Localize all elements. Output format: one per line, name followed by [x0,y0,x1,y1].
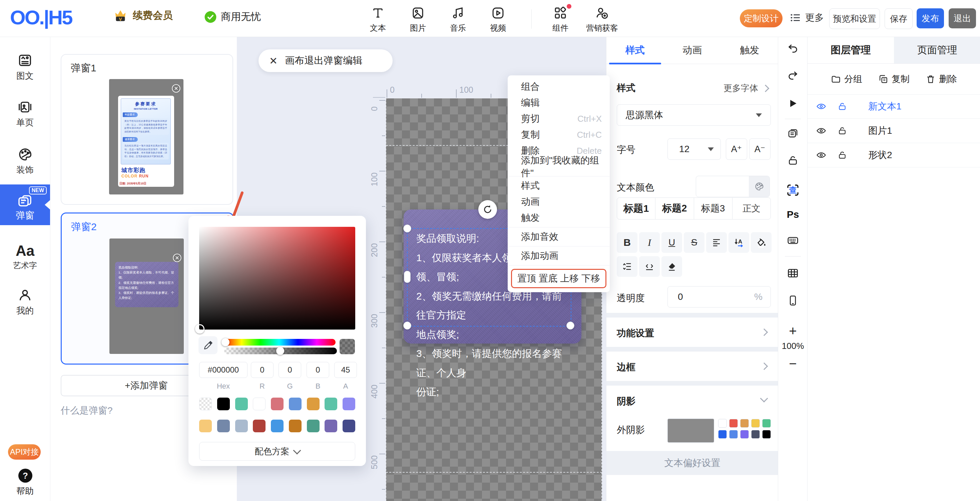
color-swatch[interactable] [199,398,212,410]
color-swatch[interactable] [271,398,283,410]
alpha-handle[interactable] [276,347,284,355]
strikethrough-button[interactable]: S [684,232,705,253]
context-menu-item[interactable]: 添加到"我收藏的组件" [508,159,610,175]
phone-preview-button[interactable] [786,293,800,308]
preview-settings-button[interactable]: 预览和设置 [829,8,880,29]
unlock-button[interactable] [786,153,800,168]
tab-animation[interactable]: 动画 [664,37,721,64]
api-connect-button[interactable]: API对接 [8,444,41,460]
alpha-slider[interactable] [224,348,337,354]
sidebar-item-decoration[interactable]: 装饰 [0,147,50,176]
shadow-color-swatch[interactable] [718,419,727,428]
outer-shadow-swatch[interactable] [667,418,714,443]
preset-h2[interactable]: 标题2 [655,198,694,219]
tab-style[interactable]: 样式 [606,37,664,64]
color-swatch[interactable] [253,398,266,410]
group-button[interactable]: 分组 [831,73,862,85]
help-icon[interactable]: ? [18,469,32,483]
publish-button[interactable]: 发布 [916,8,944,29]
undo-button[interactable] [786,41,800,56]
resize-handle-ml[interactable] [404,271,410,283]
grid-button[interactable] [786,266,800,280]
eye-icon[interactable] [816,150,826,160]
bold-button[interactable]: B [617,232,638,253]
tool-image[interactable]: 图片 [399,5,436,33]
section-shadow[interactable]: 阴影 [606,386,778,415]
tool-text[interactable]: 文本 [360,5,396,33]
delete-button[interactable]: 删除 [926,73,957,85]
exit-button[interactable]: 退出 [949,8,976,29]
g-input[interactable]: 0 [278,362,301,378]
layer-row[interactable]: 形状2 [808,143,980,167]
context-menu-item[interactable]: 样式 [508,178,610,194]
more-fonts-link[interactable]: 更多字体 [724,83,768,94]
color-swatch[interactable] [253,420,266,432]
font-family-select[interactable]: 思源黑体 [617,104,771,126]
arrange-action[interactable]: 置底 [539,272,557,285]
context-menu-item[interactable]: 组合 [508,79,610,95]
unlock-icon[interactable] [838,102,847,111]
context-menu-item[interactable]: 复制Ctrl+C [508,127,610,143]
rotate-handle[interactable] [478,200,497,219]
color-swatch[interactable] [199,420,212,432]
layer-row[interactable]: 图片1 [808,119,980,143]
resize-handle-tl[interactable] [403,224,411,232]
more-menu-button[interactable]: 更多 [789,11,824,24]
clear-format-button[interactable] [662,256,682,277]
color-swatch[interactable] [325,398,337,410]
saturation-area[interactable] [199,227,355,329]
font-size-select[interactable]: 12 [667,138,721,160]
text-orientation-button[interactable]: A [729,232,749,253]
line-spacing-button[interactable] [617,256,638,277]
color-swatch[interactable] [342,398,355,410]
renew-membership-button[interactable]: V 续费会员 [113,7,173,23]
color-swatch[interactable] [289,398,302,410]
play-preview-button[interactable] [786,96,800,111]
shadow-color-swatch[interactable] [729,430,738,439]
sidebar-item-wordart[interactable]: Aa 艺术字 [0,243,50,271]
tab-trigger[interactable]: 触发 [721,37,778,64]
color-swatch[interactable] [235,398,248,410]
color-swatch[interactable] [235,420,248,432]
arrange-action[interactable]: 下移 [581,272,600,285]
context-menu-item[interactable]: 动画 [508,194,610,210]
shadow-color-swatch[interactable] [751,430,760,439]
context-menu-item[interactable]: 添加动画 [508,248,610,264]
shadow-color-swatch[interactable] [762,419,771,428]
keyboard-shortcut-button[interactable] [786,233,800,248]
shadow-color-swatch[interactable] [718,430,727,439]
layer-row[interactable]: 新文本1 [808,94,980,119]
unlock-icon[interactable] [838,150,847,160]
color-swatch[interactable] [217,420,230,432]
section-function-settings[interactable]: 功能设置 [606,318,778,347]
help-label[interactable]: 帮助 [0,485,50,497]
popup1-card[interactable]: 弹窗1 参赛要求 INVITATION LETTER 年龄要求 男女半程马拉松的… [61,54,233,205]
sidebar-item-imagetext[interactable]: 图文 [0,53,50,82]
align-button[interactable] [706,232,727,253]
unlock-icon[interactable] [838,126,847,135]
zoom-in-button[interactable]: + [778,324,808,339]
pages-copy-button[interactable] [786,126,800,141]
color-swatch[interactable] [325,420,337,432]
a-input[interactable]: 45 [334,362,357,378]
app-logo[interactable]: OO.|H5 [10,6,72,29]
color-swatch[interactable] [342,420,355,432]
tool-marketing[interactable]: 营销获客 [581,5,624,33]
sidebar-item-mine[interactable]: 我的 [0,288,50,317]
zoom-out-button[interactable]: − [778,356,808,371]
context-menu-item[interactable]: 剪切Ctrl+X [508,111,610,127]
color-swatch[interactable] [217,398,230,410]
color-scheme-button[interactable]: 配色方案 [199,442,355,461]
shadow-color-swatch[interactable] [740,419,749,428]
context-menu-item[interactable]: 添加音效 [508,229,610,245]
redo-button[interactable] [786,68,800,83]
context-menu-item[interactable]: 触发 [508,210,610,226]
arrange-action[interactable]: 上移 [560,272,579,285]
letter-spacing-button[interactable] [639,256,660,277]
saturation-cursor[interactable] [195,324,204,334]
underline-button[interactable]: U [662,232,682,253]
preset-h1[interactable]: 标题1 [617,198,655,219]
tool-music[interactable]: 音乐 [440,5,476,33]
resize-handle-br[interactable] [566,321,574,329]
color-swatch[interactable] [307,398,320,410]
